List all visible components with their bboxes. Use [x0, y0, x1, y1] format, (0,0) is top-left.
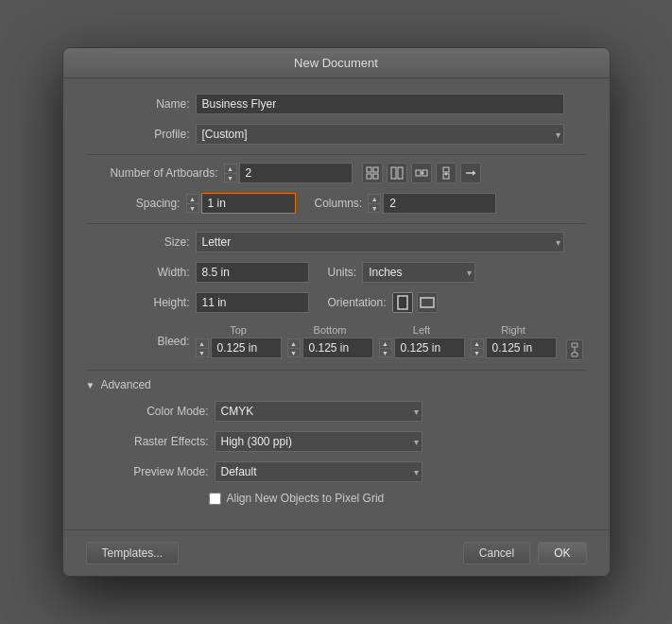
colormode-select[interactable]: CMYK RGB — [215, 401, 422, 422]
artboards-spinner-btns: ▲ ▼ — [224, 164, 237, 182]
artboards-row: Number of Artboards: ▲ ▼ — [86, 163, 587, 183]
artboard-grid-btn[interactable] — [362, 163, 383, 183]
profile-row: Profile: [Custom] Print Web Mobile — [86, 124, 587, 145]
pixel-grid-label: Align New Objects to Pixel Grid — [227, 492, 385, 505]
ok-button[interactable]: OK — [538, 542, 586, 564]
bleed-top-input[interactable] — [211, 338, 282, 358]
bleed-top-increment[interactable]: ▲ — [196, 338, 209, 348]
bleed-left-label: Left — [379, 324, 465, 336]
svg-rect-1 — [373, 167, 378, 172]
preview-select-wrapper: Default Pixel Overprint — [215, 461, 422, 482]
svg-rect-18 — [572, 343, 577, 347]
svg-rect-2 — [367, 174, 371, 179]
profile-select[interactable]: [Custom] Print Web Mobile — [196, 124, 564, 145]
bleed-chain-btn[interactable] — [566, 339, 583, 360]
artboard-grid-col-btn[interactable] — [387, 163, 407, 183]
advanced-triangle-icon: ▼ — [86, 380, 95, 390]
size-select[interactable]: Letter A4 A3 Tabloid Legal — [196, 232, 564, 252]
bleed-left-field: Left ▲ ▼ — [379, 324, 465, 358]
svg-rect-19 — [572, 353, 577, 356]
bleed-bottom-decrement[interactable]: ▼ — [287, 348, 301, 357]
artboard-arrange-row-btn[interactable] — [411, 163, 432, 183]
divider-1 — [86, 154, 587, 155]
dialog-body: Name: Profile: [Custom] Print Web Mobile… — [63, 78, 610, 529]
spacing-decrement[interactable]: ▼ — [186, 203, 199, 213]
bleed-right-input[interactable] — [486, 338, 557, 358]
templates-button[interactable]: Templates... — [86, 542, 180, 564]
landscape-btn[interactable] — [417, 292, 438, 313]
width-row: Width: Units: Inches Millimeters Centime… — [86, 262, 587, 283]
bleed-left-increment[interactable]: ▲ — [379, 338, 392, 348]
units-select[interactable]: Inches Millimeters Centimeters Pixels Po… — [362, 262, 475, 283]
bleed-top-spinner: ▲ ▼ — [196, 338, 282, 358]
dialog-footer: Templates... Cancel OK — [63, 529, 610, 576]
name-input[interactable] — [196, 94, 564, 114]
height-input[interactable] — [196, 292, 309, 313]
divider-2 — [86, 223, 587, 224]
bleed-bottom-label: Bottom — [287, 324, 373, 336]
bleed-right-increment[interactable]: ▲ — [471, 338, 484, 348]
artboard-layout-btns — [362, 163, 481, 183]
spacing-row: Spacing: ▲ ▼ Columns: ▲ ▼ — [86, 193, 587, 214]
columns-spinner: ▲ ▼ — [368, 193, 496, 214]
size-label: Size: — [86, 235, 190, 249]
artboards-increment[interactable]: ▲ — [224, 164, 237, 173]
raster-row: Raster Effects: High (300 ppi) Medium (1… — [105, 431, 587, 452]
name-row: Name: — [86, 94, 587, 114]
height-label: Height: — [86, 296, 190, 309]
height-row: Height: Orientation: — [86, 292, 587, 313]
artboards-input[interactable] — [239, 163, 353, 183]
artboard-arrange-col-btn[interactable] — [436, 163, 457, 183]
bleed-left-decrement[interactable]: ▼ — [379, 348, 392, 357]
spacing-input[interactable] — [201, 193, 296, 214]
profile-select-wrapper: [Custom] Print Web Mobile — [196, 124, 564, 145]
spacing-label: Spacing: — [86, 197, 181, 210]
advanced-content: Color Mode: CMYK RGB Raster Effects: Hig… — [86, 401, 587, 505]
units-select-wrapper: Inches Millimeters Centimeters Pixels Po… — [362, 262, 475, 283]
advanced-label: Advanced — [100, 378, 150, 391]
preview-row: Preview Mode: Default Pixel Overprint — [105, 461, 587, 482]
svg-rect-10 — [443, 167, 449, 172]
artboard-right-arrow-btn[interactable] — [460, 163, 481, 183]
columns-spinner-btns: ▲ ▼ — [368, 194, 381, 213]
bleed-right-decrement[interactable]: ▼ — [471, 348, 484, 357]
bleed-bottom-field: Bottom ▲ ▼ — [287, 324, 373, 358]
name-label: Name: — [86, 97, 190, 111]
new-document-dialog: New Document Name: Profile: [Custom] Pri… — [62, 47, 611, 577]
preview-select[interactable]: Default Pixel Overprint — [215, 461, 422, 482]
svg-rect-0 — [367, 167, 371, 172]
columns-increment[interactable]: ▲ — [368, 194, 381, 203]
bleed-bottom-input[interactable] — [302, 338, 373, 358]
svg-marker-15 — [473, 170, 475, 176]
svg-rect-17 — [421, 298, 434, 307]
footer-right: Cancel OK — [463, 542, 587, 564]
bleed-left-input[interactable] — [394, 338, 465, 358]
profile-label: Profile: — [86, 128, 190, 141]
size-row: Size: Letter A4 A3 Tabloid Legal — [86, 232, 587, 252]
bleed-top-decrement[interactable]: ▼ — [196, 348, 209, 357]
columns-label: Columns: — [315, 197, 363, 210]
orientation-buttons — [392, 292, 438, 313]
raster-select[interactable]: High (300 ppi) Medium (150 ppi) Screen (… — [215, 431, 422, 452]
portrait-btn[interactable] — [392, 292, 413, 313]
columns-decrement[interactable]: ▼ — [368, 203, 381, 213]
columns-input[interactable] — [383, 193, 496, 214]
title-bar: New Document — [63, 48, 610, 78]
bleed-bottom-increment[interactable]: ▲ — [287, 338, 301, 348]
spacing-increment[interactable]: ▲ — [186, 194, 199, 203]
raster-select-wrapper: High (300 ppi) Medium (150 ppi) Screen (… — [215, 431, 422, 452]
advanced-toggle[interactable]: ▼ Advanced — [86, 378, 587, 391]
artboards-label: Number of Artboards: — [86, 166, 218, 180]
bleed-top-field: Top ▲ ▼ — [196, 324, 282, 358]
cancel-button[interactable]: Cancel — [463, 542, 530, 564]
spacing-spinner-btns: ▲ ▼ — [186, 194, 199, 213]
bleed-section: Top ▲ ▼ Bottom ▲ ▼ — [196, 322, 583, 360]
artboards-decrement[interactable]: ▼ — [224, 173, 237, 182]
dialog-title: New Document — [294, 56, 378, 70]
raster-label: Raster Effects: — [105, 435, 209, 448]
svg-rect-4 — [391, 167, 396, 179]
pixel-grid-checkbox[interactable] — [209, 493, 221, 505]
svg-rect-3 — [373, 174, 378, 179]
bleed-right-spinner: ▲ ▼ — [471, 338, 557, 358]
width-input[interactable] — [196, 262, 309, 283]
